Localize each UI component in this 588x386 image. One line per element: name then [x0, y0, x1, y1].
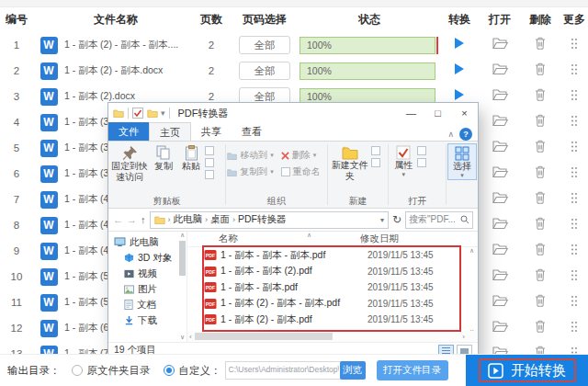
delete-trash-button[interactable] — [535, 243, 546, 255]
copy-button[interactable]: 复制 — [150, 143, 177, 172]
tab-share[interactable]: 共享 — [191, 122, 232, 141]
delete-trash-button[interactable] — [535, 320, 546, 333]
file-row[interactable]: PDF 1 - 副本 (2) - 副本.pdf 2019/11/5 13:45 — [187, 312, 478, 328]
sidebar-item-documents[interactable]: 文档 — [108, 297, 187, 312]
more-options-button[interactable] — [571, 269, 578, 281]
delete-trash-button[interactable] — [535, 88, 546, 101]
delete-trash-button[interactable] — [535, 191, 546, 204]
forward-icon[interactable]: → — [127, 214, 137, 225]
open-folder-button[interactable] — [492, 37, 508, 50]
file-row[interactable]: PDF 1 - 副本 (2) - 副本 - 副本.pdf 2019/11/5 1… — [187, 296, 478, 312]
original-folder-label[interactable]: 原文件夹目录 — [87, 364, 151, 378]
more-options-button[interactable] — [571, 141, 578, 153]
open-folder-button[interactable] — [492, 191, 508, 204]
browse-button[interactable]: 浏览 — [340, 361, 366, 380]
easy-access-icon[interactable] — [371, 158, 380, 167]
delete-button[interactable]: 删除▾ — [281, 148, 317, 163]
more-options-button[interactable] — [571, 115, 578, 127]
select-button[interactable]: 选择▾ — [447, 143, 477, 180]
custom-dir-radio[interactable] — [164, 365, 175, 376]
sidebar-item-3d-objects[interactable]: 3D 对象 — [108, 250, 187, 266]
delete-trash-button[interactable] — [535, 140, 546, 153]
open-folder-button[interactable] — [492, 165, 508, 178]
open-folder-button[interactable] — [492, 243, 508, 255]
list-horizontal-scrollbar[interactable]: ‹› — [187, 331, 478, 342]
delete-trash-button[interactable] — [535, 268, 546, 281]
properties-button[interactable]: 属性▾ — [390, 143, 417, 178]
crumb-this-pc[interactable]: 此电脑 — [174, 213, 203, 226]
edit-icon[interactable] — [417, 146, 426, 155]
open-folder-button[interactable] — [492, 217, 508, 230]
open-file-dir-button[interactable]: 打开文件目录 — [377, 360, 448, 380]
scroll-up-icon[interactable]: ∧ — [180, 232, 185, 238]
scroll-down-icon[interactable]: ∨ — [178, 334, 187, 341]
sidebar-item-videos[interactable]: 视频 — [108, 266, 187, 281]
paste-shortcut-icon[interactable] — [205, 170, 214, 179]
more-options-button[interactable] — [571, 295, 578, 307]
open-folder-button[interactable] — [492, 140, 508, 153]
convert-play-button[interactable] — [454, 37, 465, 50]
open-small-buttons[interactable] — [417, 143, 426, 167]
more-options-button[interactable] — [571, 38, 578, 50]
scrollbar-thumb[interactable] — [179, 241, 186, 276]
new-item-icon[interactable] — [371, 146, 380, 155]
delete-trash-button[interactable] — [535, 37, 546, 50]
file-row[interactable]: PDF 1 - 副本 - 副本.pdf 2019/11/5 13:45 — [187, 279, 478, 296]
address-dropdown-icon[interactable]: ▾ — [380, 216, 384, 224]
delete-trash-button[interactable] — [535, 217, 546, 230]
delete-trash-button[interactable] — [535, 114, 546, 127]
qat-dropdown-icon[interactable]: ▾ — [161, 108, 165, 118]
help-icon[interactable]: ? — [459, 128, 472, 141]
paste-button[interactable]: 粘贴 — [177, 143, 205, 172]
open-folder-button[interactable] — [492, 88, 508, 101]
more-options-button[interactable] — [571, 89, 578, 101]
tab-view[interactable]: 查看 — [232, 122, 272, 141]
search-box[interactable]: 搜索"PDF... — [405, 211, 473, 229]
open-folder-button[interactable] — [492, 294, 508, 307]
clipboard-small-buttons[interactable] — [205, 143, 214, 179]
more-options-button[interactable] — [571, 218, 578, 230]
sidebar-scrollbar[interactable]: ∧∨ — [178, 232, 187, 342]
back-icon[interactable]: ← — [113, 214, 123, 225]
breadcrumb[interactable]: › 此电脑 › 桌面 › PDF转换器 ▾ — [150, 211, 389, 229]
move-to-button[interactable]: 移动到▾ — [227, 148, 274, 163]
list-vertical-scrollbar[interactable]: ∧∨ — [467, 247, 477, 335]
more-options-button[interactable] — [571, 63, 578, 75]
rename-button[interactable]: 重命名 — [281, 165, 321, 179]
more-options-button[interactable] — [571, 192, 578, 204]
explorer-titlebar[interactable]: ▾ PDF转换器 — □ × — [108, 103, 478, 123]
more-options-button[interactable] — [571, 321, 578, 333]
page-select-button[interactable]: 全部 — [239, 62, 290, 80]
quick-access-check-icon[interactable] — [132, 108, 143, 119]
custom-dir-label[interactable]: 自定义： — [179, 364, 221, 378]
new-folder-button[interactable]: 新建文件夹 — [329, 143, 371, 181]
folder-mini-icon[interactable] — [147, 108, 158, 118]
page-select-button[interactable]: 全部 — [239, 36, 290, 54]
open-folder-button[interactable] — [492, 268, 508, 281]
col-date-modified[interactable]: 修改日期 — [360, 233, 399, 245]
more-options-button[interactable] — [571, 166, 578, 178]
file-row[interactable]: PDF 1 - 副本 - 副本 (2).pdf 2019/11/5 13:45 — [187, 264, 478, 280]
output-path-input[interactable] — [225, 361, 343, 380]
sidebar-item-pictures[interactable]: 图片 — [108, 281, 187, 297]
close-button[interactable]: × — [451, 103, 478, 123]
delete-trash-button[interactable] — [535, 294, 546, 307]
tab-home[interactable]: 主页 — [149, 122, 191, 141]
cut-icon[interactable] — [205, 146, 214, 155]
crumb-desktop[interactable]: 桌面 — [210, 213, 230, 226]
sidebar-item-downloads[interactable]: 下载 — [108, 312, 187, 328]
sort-icon[interactable]: ∧ — [307, 232, 311, 239]
tab-file[interactable]: 文件 — [108, 122, 149, 141]
more-options-button[interactable] — [571, 244, 578, 255]
file-row[interactable]: PDF 1 - 副本 - 副本 - 副本.pdf 2019/11/5 13:45 — [187, 247, 478, 264]
crumb-folder[interactable]: PDF转换器 — [238, 213, 287, 226]
open-folder-button[interactable] — [492, 62, 508, 75]
pin-to-quick-access-button[interactable]: 固定到快速访问 — [109, 143, 150, 182]
new-small-buttons[interactable] — [371, 143, 380, 167]
delete-trash-button[interactable] — [535, 165, 546, 178]
sidebar-item-this-pc[interactable]: 此电脑 — [108, 234, 187, 250]
open-folder-button[interactable] — [492, 114, 508, 127]
delete-trash-button[interactable] — [535, 62, 546, 75]
collapse-ribbon-icon[interactable]: ∧ — [447, 130, 454, 139]
start-convert-button[interactable]: 开始转换 — [466, 355, 588, 386]
